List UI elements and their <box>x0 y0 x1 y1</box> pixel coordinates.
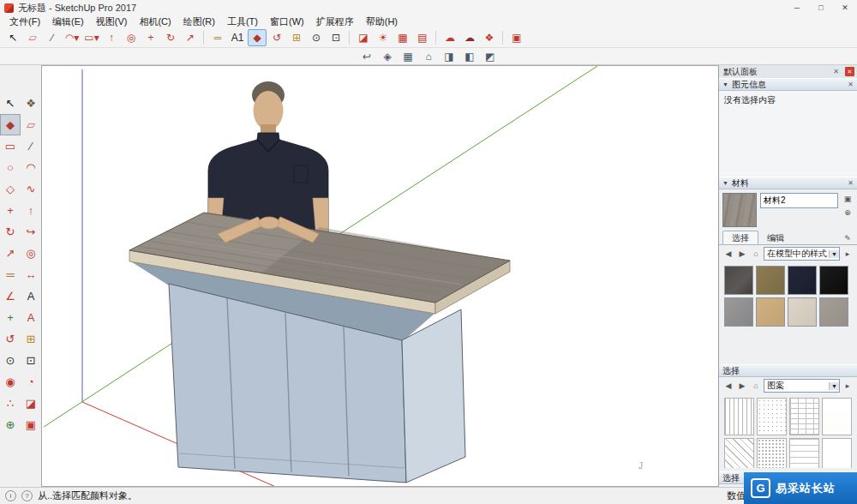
scale-tool-icon[interactable]: ↗ <box>181 29 200 46</box>
back-view-icon[interactable]: ◧ <box>460 48 479 65</box>
orbit-tool-icon[interactable]: ↺ <box>0 328 21 350</box>
swatch-gray[interactable] <box>724 297 753 327</box>
materials-close-icon[interactable]: ✕ <box>848 179 854 187</box>
entity-info-close-icon[interactable]: ✕ <box>848 81 854 88</box>
swatch-tan[interactable] <box>756 297 785 327</box>
orbit-tool-icon[interactable]: ↺ <box>267 29 286 46</box>
circle-tool-icon[interactable]: ○ <box>0 157 21 178</box>
line-tool-icon[interactable]: ∕ <box>21 135 41 157</box>
freehand-tool-icon[interactable]: ∿ <box>21 178 41 200</box>
minimize-button[interactable]: ─ <box>785 0 809 15</box>
materials-collection-dropdown[interactable]: 在模型中的样式 ▼ <box>764 247 840 261</box>
text-tool-icon[interactable]: A1 <box>228 29 247 46</box>
zoom-extents-icon[interactable]: ⊡ <box>327 29 345 46</box>
in-model-icon[interactable]: ⌂ <box>750 380 762 392</box>
protractor-tool-icon[interactable]: ∠ <box>0 285 21 307</box>
pattern-crosshatch[interactable] <box>789 398 819 435</box>
forward-icon[interactable]: ▶ <box>736 248 748 260</box>
walk-tool-icon[interactable]: ∴ <box>0 393 21 414</box>
secondary-pane-icon[interactable]: ▣ <box>842 193 854 205</box>
pan-tool-icon[interactable]: ⊞ <box>21 328 41 350</box>
pattern-blank[interactable] <box>822 438 852 468</box>
eraser-tool-icon[interactable]: ▱ <box>21 114 41 135</box>
tab-select[interactable]: 选择 <box>722 231 758 244</box>
material-name-input[interactable] <box>760 193 838 208</box>
swatch-black[interactable] <box>819 266 848 295</box>
menu-item[interactable]: 工具(T) <box>221 15 264 28</box>
pattern-vertical-lines[interactable] <box>724 398 754 435</box>
look-around-icon[interactable]: ◔ <box>21 371 41 393</box>
move-tool-icon[interactable]: + <box>141 29 160 46</box>
in-model-icon[interactable]: ⌂ <box>750 248 762 260</box>
drawing-canvas[interactable]: J <box>41 65 718 487</box>
materials-header[interactable]: ▼ 材料 ✕ <box>719 177 857 189</box>
status-info-icon[interactable]: i <box>5 490 16 501</box>
select-tool-icon[interactable]: ↖ <box>3 29 22 46</box>
back-icon[interactable]: ◀ <box>722 380 734 392</box>
swatch-travertine[interactable] <box>788 297 817 327</box>
move-tool-icon[interactable]: + <box>0 200 21 221</box>
add-location-icon[interactable]: ⊕ <box>0 414 21 435</box>
pushpull-tool-icon[interactable]: ↑ <box>102 29 121 46</box>
shapes-tool-icon[interactable]: ▭▾ <box>82 29 101 46</box>
text-tool-icon[interactable]: A <box>21 285 41 307</box>
pattern-stipple[interactable] <box>757 438 787 468</box>
scale-tool-icon[interactable]: ↗ <box>0 243 21 264</box>
menu-item[interactable]: 扩展程序 <box>310 15 360 28</box>
tape-measure-icon[interactable]: ═ <box>0 264 21 285</box>
tray-close-icon[interactable]: ✕ <box>833 68 839 75</box>
menu-item[interactable]: 帮助(H) <box>360 15 404 28</box>
components-icon[interactable]: ❖ <box>480 29 499 46</box>
section-plane-icon[interactable]: ◪ <box>21 393 41 414</box>
tape-measure-icon[interactable]: ═ <box>208 29 227 46</box>
zoom-extents-icon[interactable]: ⊡ <box>21 350 41 371</box>
menu-item[interactable]: 绘图(R) <box>177 15 221 28</box>
rotate-tool-icon[interactable]: ↻ <box>161 29 180 46</box>
right-view-icon[interactable]: ◨ <box>440 48 458 65</box>
dimension-tool-icon[interactable]: ↔ <box>21 264 41 285</box>
patterns-collection-dropdown[interactable]: 图案 ▼ <box>764 379 840 393</box>
pan-tool-icon[interactable]: ⊞ <box>287 29 306 46</box>
line-tool-icon[interactable]: ∕ <box>43 29 62 46</box>
front-view-icon[interactable]: ⌂ <box>419 48 438 65</box>
close-button[interactable]: ✕ <box>833 0 857 15</box>
rotate-tool-icon[interactable]: ↻ <box>0 221 21 243</box>
collapse-arrow-icon[interactable]: ▼ <box>722 81 728 87</box>
pattern-waves[interactable] <box>789 438 819 468</box>
left-view-icon[interactable]: ◩ <box>481 48 500 65</box>
create-material-icon[interactable]: ⊕ <box>842 207 854 219</box>
menu-item[interactable]: 视图(V) <box>90 15 134 28</box>
iso-view-icon[interactable]: ◈ <box>378 48 397 65</box>
section-plane-icon[interactable]: ◪ <box>354 29 373 46</box>
arc-tool-icon[interactable]: ◠▾ <box>63 29 81 46</box>
position-camera-icon[interactable]: ◉ <box>0 371 21 393</box>
model-info-icon[interactable]: ▣ <box>507 29 526 46</box>
select-tool-icon[interactable]: ↖ <box>0 93 21 114</box>
menu-item[interactable]: 窗口(W) <box>264 15 310 28</box>
collapse-arrow-icon[interactable]: ▼ <box>722 180 728 186</box>
details-arrow-icon[interactable]: ▸ <box>842 248 854 260</box>
eraser-tool-icon[interactable]: ▱ <box>23 29 42 46</box>
polygon-tool-icon[interactable]: ◇ <box>0 178 21 200</box>
model-info-icon[interactable]: ▣ <box>21 414 41 435</box>
paint-bucket-icon[interactable]: ◆ <box>0 114 21 135</box>
views-icon[interactable]: ▤ <box>413 29 432 46</box>
offset-tool-icon[interactable]: ◎ <box>21 243 41 264</box>
swatch-navy[interactable] <box>788 266 817 295</box>
tray-red-close-icon[interactable]: ✕ <box>845 67 854 76</box>
pushpull-tool-icon[interactable]: ↑ <box>21 200 41 221</box>
extension-warehouse-icon[interactable]: ☁ <box>460 29 479 46</box>
warehouse-icon[interactable]: ☁ <box>440 29 459 46</box>
pattern-dots[interactable] <box>757 398 787 435</box>
material-preview[interactable] <box>722 193 757 227</box>
zoom-tool-icon[interactable]: ⊙ <box>307 29 326 46</box>
pattern-plain[interactable] <box>822 398 852 435</box>
axes-tool-icon[interactable]: + <box>0 307 21 328</box>
details-arrow-icon[interactable]: ▸ <box>842 380 854 392</box>
menu-item[interactable]: 相机(C) <box>133 15 177 28</box>
previous-view-icon[interactable]: ↩ <box>357 48 376 65</box>
paint-bucket-icon[interactable]: ◆ <box>248 29 267 46</box>
arc-tool-icon[interactable]: ◠ <box>21 157 41 178</box>
rectangle-tool-icon[interactable]: ▭ <box>0 135 21 157</box>
maximize-button[interactable]: □ <box>809 0 833 15</box>
